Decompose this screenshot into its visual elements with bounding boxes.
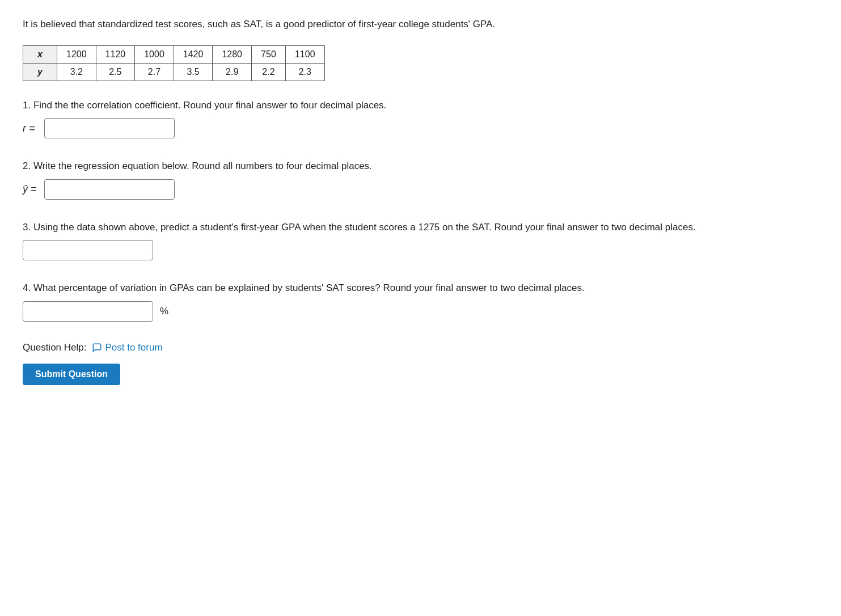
q1-input[interactable] [44, 118, 175, 138]
table-y-4: 3.5 [174, 63, 213, 81]
q4-input[interactable] [23, 301, 153, 322]
post-to-forum-text: Post to forum [105, 342, 162, 353]
q1-text: 1. Find the the correlation coefficient.… [23, 98, 818, 113]
table-row-y: y 3.2 2.5 2.7 3.5 2.9 2.2 2.3 [23, 63, 325, 81]
table-y-5: 2.9 [213, 63, 252, 81]
table-x-5: 1280 [213, 45, 252, 63]
question-help: Question Help: Post to forum [23, 342, 818, 353]
table-x-3: 1000 [135, 45, 174, 63]
table-x-4: 1420 [174, 45, 213, 63]
data-table: x 1200 1120 1000 1420 1280 750 1100 y 3.… [23, 45, 325, 81]
q3-input[interactable] [23, 240, 153, 260]
question-1: 1. Find the the correlation coefficient.… [23, 98, 818, 139]
table-y-1: 3.2 [57, 63, 96, 81]
q2-text: 2. Write the regression equation below. … [23, 159, 818, 174]
q2-input[interactable] [44, 179, 175, 200]
table-x-6: 750 [251, 45, 285, 63]
question-help-label: Question Help: [23, 342, 86, 353]
table-x-7: 1100 [285, 45, 324, 63]
percent-symbol: % [160, 306, 168, 317]
intro-text: It is believed that standardized test sc… [23, 17, 818, 32]
post-to-forum-link[interactable]: Post to forum [92, 342, 162, 353]
table-y-6: 2.2 [251, 63, 285, 81]
table-y-label: y [23, 63, 57, 81]
table-y-7: 2.3 [285, 63, 324, 81]
table-x-1: 1200 [57, 45, 96, 63]
q2-label: ŷ = [23, 183, 40, 195]
table-y-2: 2.5 [96, 63, 135, 81]
table-x-label: x [23, 45, 57, 63]
question-3: 3. Using the data shown above, predict a… [23, 220, 818, 261]
forum-icon [92, 343, 102, 353]
q4-text: 4. What percentage of variation in GPAs … [23, 281, 818, 296]
submit-button[interactable]: Submit Question [23, 364, 120, 385]
table-row-x: x 1200 1120 1000 1420 1280 750 1100 [23, 45, 325, 63]
table-x-2: 1120 [96, 45, 135, 63]
question-2: 2. Write the regression equation below. … [23, 159, 818, 200]
table-y-3: 2.7 [135, 63, 174, 81]
question-4: 4. What percentage of variation in GPAs … [23, 281, 818, 322]
q1-label: r = [23, 123, 40, 134]
q3-text: 3. Using the data shown above, predict a… [23, 220, 818, 235]
